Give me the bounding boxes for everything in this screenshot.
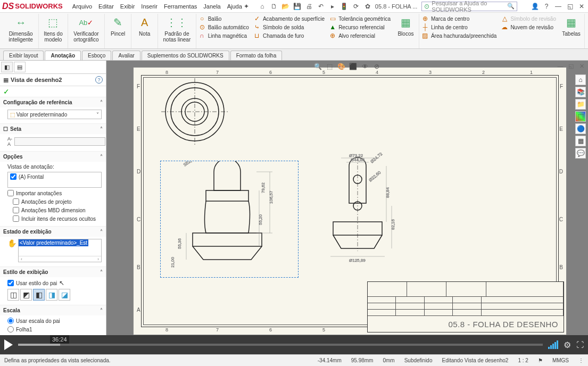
close-icon[interactable]: ✕: [577, 2, 586, 11]
taskpane-library-icon[interactable]: 📚: [575, 87, 586, 97]
mdi-close-icon[interactable]: ✕: [577, 62, 586, 70]
style-hidden-removed[interactable]: ◧: [33, 289, 45, 301]
search-icon[interactable]: 🔍: [507, 3, 515, 10]
rebuild-icon[interactable]: ⟳: [352, 2, 360, 11]
ribbon-padrao-notas[interactable]: ⋮⋮Padrão de notas linear: [158, 14, 196, 48]
menu-inserir[interactable]: Inserir: [141, 3, 158, 10]
ribbon-itens-modelo[interactable]: ⬚Itens do modelo: [39, 14, 68, 48]
section-opcoes[interactable]: Opções˄: [0, 151, 106, 162]
menu-ajuda[interactable]: Ajuda: [227, 3, 242, 10]
hud-color-icon[interactable]: 🎨: [337, 62, 346, 71]
chk-usar-estilo-pai[interactable]: Usar estilo do pai↖: [7, 279, 102, 287]
view-selected[interactable]: S52,44 106,57 55,20 79,62 55,36 21,00: [160, 161, 299, 278]
chk-projeto[interactable]: Anotações de projeto: [13, 198, 102, 205]
ribbon-pincel[interactable]: ✎Pincel: [105, 14, 131, 48]
ribbon-tabelas[interactable]: ▦Tabelas: [558, 14, 585, 48]
menu-editar[interactable]: Editar: [98, 3, 114, 10]
tab-esboco[interactable]: Esboço: [82, 51, 111, 60]
ribbon-balao[interactable]: ○Balão: [198, 15, 249, 22]
combo-config[interactable]: ⬚ Valor predeterminado˅: [7, 110, 102, 119]
ribbon-hachura[interactable]: ▨Área hachurada/preenchida: [421, 32, 496, 39]
undo-icon[interactable]: ↶: [317, 2, 325, 11]
panel-tab-feature[interactable]: ◧: [1, 62, 13, 72]
ribbon-furo[interactable]: ⊔Chamada de furo: [253, 32, 325, 39]
chk-importar[interactable]: Importar anotações: [7, 190, 102, 196]
minimize-icon[interactable]: —: [554, 2, 562, 11]
mdi-restore-icon[interactable]: ◱: [567, 62, 575, 70]
taskpane-appearance-icon[interactable]: 🔵: [575, 123, 586, 134]
section-escala[interactable]: Escala˄: [0, 305, 106, 315]
select-icon[interactable]: ▸: [328, 2, 337, 11]
hud-view-icon[interactable]: 👁: [360, 62, 370, 71]
hud-zoom-area-icon[interactable]: ⬚: [325, 62, 335, 71]
ribbon-nuvem-rev[interactable]: ☁Nuvem de revisão: [501, 23, 556, 31]
video-progress[interactable]: [18, 344, 543, 346]
ribbon-marca-centro[interactable]: ⊕Marca de centro: [421, 15, 496, 22]
taskpane-palette-icon[interactable]: ⬚: [575, 111, 586, 122]
ribbon-solda[interactable]: ⤷Símbolo de solda: [253, 23, 325, 31]
display-state-list[interactable]: <Valor predeterminado>_Est ‹›: [18, 239, 102, 262]
drawing-canvas[interactable]: 🔍 ⬚ 🎨 ⬛ 👁 ⊘ — ◱ ✕ ⌂ 📚 📁 ⬚ 🔵 ▦ 💬 F E D: [106, 61, 588, 342]
help-icon[interactable]: ?: [542, 2, 551, 11]
hud-display-icon[interactable]: ⬛: [349, 62, 358, 71]
menu-arquivo[interactable]: Arquivo: [72, 3, 92, 10]
section-config-ref[interactable]: Configuração de referência˄: [0, 97, 106, 107]
menu-ferramentas[interactable]: Ferramentas: [164, 3, 197, 10]
ribbon-recurso-ref[interactable]: ▲Recurso referencial: [329, 23, 391, 31]
ribbon-blocos[interactable]: ▦Blocos: [393, 14, 419, 48]
section-seta[interactable]: ☐Seta˄: [0, 123, 106, 134]
chk-mbd[interactable]: Anotações MBD dimension: [13, 207, 102, 213]
mdi-minimize-icon[interactable]: —: [556, 62, 565, 70]
ribbon-verificador[interactable]: Ab✓Verificador ortográfico: [68, 14, 105, 48]
volume-icon[interactable]: [548, 340, 558, 349]
taskpane-home-icon[interactable]: ⌂: [575, 74, 586, 85]
chk-escala-folha[interactable]: Folha1: [7, 326, 102, 332]
save-icon[interactable]: 💾: [293, 2, 302, 11]
tab-exibir-layout[interactable]: Exibir layout: [3, 51, 44, 60]
ribbon-alvo-ref[interactable]: ⊕Alvo referencial: [329, 32, 391, 39]
taskpane-explorer-icon[interactable]: 📁: [575, 99, 586, 110]
tab-avaliar[interactable]: Avaliar: [112, 51, 140, 60]
user-icon[interactable]: 👤: [531, 2, 539, 11]
menu-janela[interactable]: Janela: [203, 3, 220, 10]
status-flag-icon[interactable]: ⚑: [538, 357, 543, 363]
taskpane-forum-icon[interactable]: 💬: [575, 148, 586, 159]
ribbon-nota[interactable]: ANota: [131, 14, 158, 48]
listbox-vistas[interactable]: (A) Frontal: [7, 172, 102, 188]
open-icon[interactable]: 📂: [281, 2, 290, 11]
ribbon-acabamento[interactable]: ✓Acabamento de superfície: [253, 15, 325, 22]
chk-escala-pai[interactable]: Usar escala do pai: [7, 318, 102, 324]
panel-tab-property[interactable]: ▤: [14, 62, 26, 72]
help-search[interactable]: ⊙ Pesquisar a Ajuda do SOLIDWORKS 🔍: [421, 2, 517, 11]
ribbon-dimensao[interactable]: ↔Dimensão inteligente: [3, 14, 39, 48]
status-units[interactable]: MMGS: [552, 357, 569, 363]
panel-help-icon[interactable]: ?: [95, 76, 103, 84]
ok-check-icon[interactable]: ✓: [0, 86, 106, 97]
ribbon-balao-auto[interactable]: ⊙Balão automático: [198, 23, 249, 31]
seta-input[interactable]: [14, 137, 105, 146]
style-wireframe[interactable]: ◫: [7, 289, 19, 301]
home-icon[interactable]: ⌂: [258, 2, 267, 11]
ribbon-linha-mag[interactable]: ∩Linha magnética: [198, 32, 249, 39]
traffic-icon[interactable]: 🚦: [340, 2, 349, 11]
style-hidden-visible[interactable]: ◩: [20, 289, 32, 301]
section-estilo-exib[interactable]: Estilo de exibição˄: [0, 267, 106, 277]
tab-formato-folha[interactable]: Formato da folha: [230, 51, 283, 60]
status-scale[interactable]: 1 : 2: [518, 357, 528, 363]
tab-anotacao[interactable]: Anotação: [45, 51, 81, 60]
section-estado-exib[interactable]: Estado de exibição˄: [0, 226, 106, 237]
pin-icon[interactable]: ✦: [242, 2, 251, 11]
menu-exibir[interactable]: Exibir: [120, 3, 135, 10]
print-icon[interactable]: 🖨: [305, 2, 313, 11]
maximize-icon[interactable]: ◱: [566, 2, 574, 11]
new-icon[interactable]: 🗋: [270, 2, 278, 11]
chk-incluir[interactable]: Incluir itens de recursos ocultos: [13, 215, 102, 222]
ribbon-tolerancia[interactable]: ▭Tolerância geométrica: [329, 15, 391, 22]
settings-gear-icon[interactable]: ⚙: [564, 340, 571, 350]
tab-suplementos[interactable]: Suplementos do SOLIDWORKS: [142, 51, 229, 60]
play-button[interactable]: [4, 339, 13, 350]
hud-hide-icon[interactable]: ⊘: [372, 62, 382, 71]
style-shaded-edges[interactable]: ◨: [46, 289, 57, 301]
style-shaded[interactable]: ◪: [59, 289, 70, 301]
ribbon-linha-centro[interactable]: ┼Linha de centro: [421, 23, 496, 31]
